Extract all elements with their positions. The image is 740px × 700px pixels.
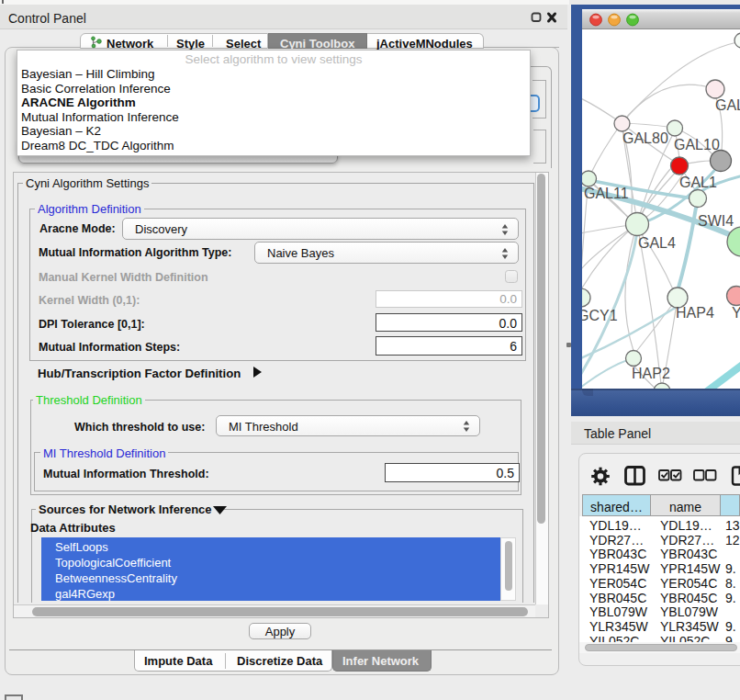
svg-text:GAL: GAL (715, 97, 740, 113)
svg-text:HAP2: HAP2 (632, 366, 670, 381)
svg-text:GAL80: GAL80 (622, 130, 668, 146)
svg-text:Y: Y (732, 305, 740, 321)
svg-text:GAL4: GAL4 (638, 235, 676, 251)
svg-text:GAL1: GAL1 (679, 175, 717, 190)
svg-text:HAP4: HAP4 (676, 305, 714, 321)
svg-text:GAL10: GAL10 (674, 137, 720, 152)
svg-text:GAL11: GAL11 (584, 186, 629, 201)
svg-text:GCY1: GCY1 (582, 308, 618, 323)
svg-text:SWI4: SWI4 (698, 213, 734, 229)
